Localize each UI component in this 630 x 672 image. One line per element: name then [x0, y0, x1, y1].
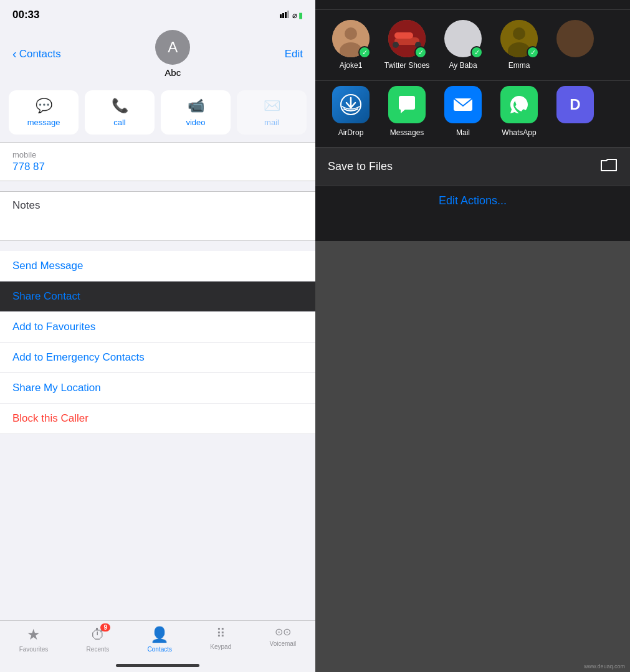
- mail-label: mail: [264, 118, 279, 127]
- mail-button[interactable]: ✉️ mail: [237, 90, 307, 135]
- call-button[interactable]: 📞 call: [85, 90, 155, 135]
- chevron-left-icon: ‹: [12, 47, 17, 61]
- send-message-item[interactable]: Send Message: [0, 251, 315, 282]
- tab-voicemail-label: Voicemail: [270, 640, 297, 647]
- svg-rect-0: [280, 14, 282, 18]
- airdrop-icon: [332, 86, 370, 123]
- right-content: 00:33 ⌀ ▮ ‹ Contacts A A: [315, 0, 630, 241]
- add-favourites-item[interactable]: Add to Favourites: [0, 312, 315, 343]
- tab-contacts[interactable]: 👤 Contacts: [148, 626, 172, 657]
- save-to-files-row[interactable]: Save to Files: [315, 148, 630, 186]
- share-contact-twitter-shoes[interactable]: ✓ Twitter Shoes: [384, 20, 430, 70]
- left-status-icons: ⌀ ▮: [280, 10, 303, 20]
- svg-rect-2: [285, 12, 287, 18]
- share-contact-ay-baba[interactable]: ✓ Ay Baba: [440, 20, 486, 70]
- recents-badge: 9: [100, 623, 110, 632]
- call-label: call: [113, 118, 126, 127]
- ajoke-name: Ajoke1: [340, 61, 363, 70]
- share-app-whatsapp[interactable]: WhatsApp: [496, 86, 542, 137]
- partial-avatar: [556, 20, 594, 57]
- left-back-label: Contacts: [19, 48, 61, 60]
- contacts-icon: 👤: [150, 626, 169, 643]
- share-app-airdrop[interactable]: AirDrop: [328, 86, 374, 137]
- messages-label: Messages: [390, 128, 424, 137]
- emma-whatsapp-badge: ✓: [527, 46, 539, 59]
- mail-label: Mail: [456, 128, 470, 137]
- ay-baba-whatsapp-icon: ✓: [474, 49, 480, 57]
- video-label: video: [186, 118, 205, 127]
- folder-icon: [600, 158, 618, 176]
- voicemail-icon: ⊙⊙: [275, 627, 291, 637]
- twitter-shoes-whatsapp-icon: ✓: [418, 49, 424, 57]
- ay-baba-name: Ay Baba: [449, 61, 477, 70]
- whatsapp-app-icon: [500, 86, 538, 123]
- svg-rect-13: [394, 32, 413, 39]
- edit-actions-row[interactable]: Edit Actions...: [315, 186, 630, 216]
- left-home-indicator: [116, 664, 199, 667]
- svg-point-17: [513, 27, 525, 40]
- share-app-messages[interactable]: Messages: [384, 86, 430, 137]
- mobile-value[interactable]: 778 87: [12, 161, 303, 173]
- message-icon: 💬: [36, 98, 52, 114]
- tab-favourites-label: Favourites: [19, 646, 49, 653]
- add-emergency-item[interactable]: Add to Emergency Contacts: [0, 343, 315, 373]
- notes-label: Notes: [12, 199, 40, 211]
- signal-icon: [280, 10, 291, 20]
- video-icon: 📹: [188, 98, 204, 114]
- share-apps-row: AirDrop Messages: [315, 80, 630, 147]
- right-phone-panel: 00:33 ⌀ ▮ ‹ Contacts A A: [315, 0, 630, 672]
- left-contact-initial: A: [168, 39, 178, 56]
- block-caller-item[interactable]: Block this Caller: [0, 404, 315, 434]
- left-phone-panel: 00:33 ⌀ ▮ ‹ Contacts A Abc Edit 💬: [0, 0, 315, 672]
- mail-app-icon: [444, 86, 482, 123]
- svg-point-9: [345, 27, 357, 40]
- video-button[interactable]: 📹 video: [161, 90, 231, 135]
- left-contact-name: Abc: [165, 67, 181, 78]
- share-contact-emma[interactable]: ✓ Emma: [496, 20, 542, 70]
- left-nav-bar: ‹ Contacts A Abc Edit: [0, 27, 315, 83]
- share-contact-partial[interactable]: [552, 20, 598, 70]
- tab-keypad[interactable]: ⠿ Keypad: [210, 626, 231, 657]
- svg-rect-3: [287, 11, 289, 18]
- tab-recents[interactable]: ⏱ 9 Recents: [87, 626, 110, 657]
- mobile-label: mobile: [12, 150, 303, 159]
- mail-icon: ✉️: [264, 98, 280, 114]
- ajoke-whatsapp-badge: ✓: [358, 46, 371, 59]
- tab-contacts-label: Contacts: [148, 646, 172, 653]
- tab-voicemail[interactable]: ⊙⊙ Voicemail: [270, 626, 297, 657]
- share-contacts-row: ✓ Ajoke1 ✓ Twitter Shoes: [315, 10, 630, 80]
- left-menu: Send Message Share Contact Add to Favour…: [0, 251, 315, 434]
- left-fields: mobile 778 87: [0, 142, 315, 181]
- left-action-buttons: 💬 message 📞 call 📹 video ✉️ mail: [0, 83, 315, 142]
- share-sheet: A Abc Contact Card ×: [315, 0, 630, 241]
- tab-favourites[interactable]: ★ Favourites: [19, 626, 49, 657]
- more-app-icon: D: [556, 86, 594, 123]
- mobile-field: mobile 778 87: [0, 143, 315, 181]
- svg-point-14: [393, 42, 399, 48]
- watermark: www.deuaq.com: [584, 663, 625, 670]
- share-app-more[interactable]: D: [552, 86, 598, 137]
- call-icon: 📞: [112, 98, 128, 114]
- battery-icon: ▮: [298, 11, 303, 20]
- tab-keypad-label: Keypad: [210, 643, 231, 650]
- edit-actions-label: Edit Actions...: [439, 194, 507, 207]
- share-contact-ajoke[interactable]: ✓ Ajoke1: [328, 20, 374, 70]
- message-button[interactable]: 💬 message: [9, 90, 79, 135]
- twitter-shoes-whatsapp-badge: ✓: [414, 46, 427, 59]
- keypad-icon: ⠿: [216, 627, 226, 640]
- emma-name: Emma: [508, 61, 530, 70]
- twitter-shoes-name: Twitter Shoes: [384, 61, 430, 70]
- left-edit-button[interactable]: Edit: [285, 48, 303, 60]
- favourites-icon: ★: [27, 626, 41, 643]
- emma-whatsapp-icon: ✓: [530, 49, 536, 57]
- left-status-bar: 00:33 ⌀ ▮: [0, 0, 315, 27]
- left-contact-header: A Abc: [155, 30, 190, 78]
- save-to-files-label: Save to Files: [328, 160, 393, 173]
- share-header: A Abc Contact Card ×: [315, 0, 630, 10]
- left-back-button[interactable]: ‹ Contacts: [12, 47, 61, 61]
- share-app-mail[interactable]: Mail: [440, 86, 486, 137]
- share-contact-item[interactable]: Share Contact: [0, 282, 315, 312]
- share-location-item[interactable]: Share My Location: [0, 373, 315, 404]
- whatsapp-label: WhatsApp: [502, 128, 536, 137]
- left-time: 00:33: [12, 9, 39, 21]
